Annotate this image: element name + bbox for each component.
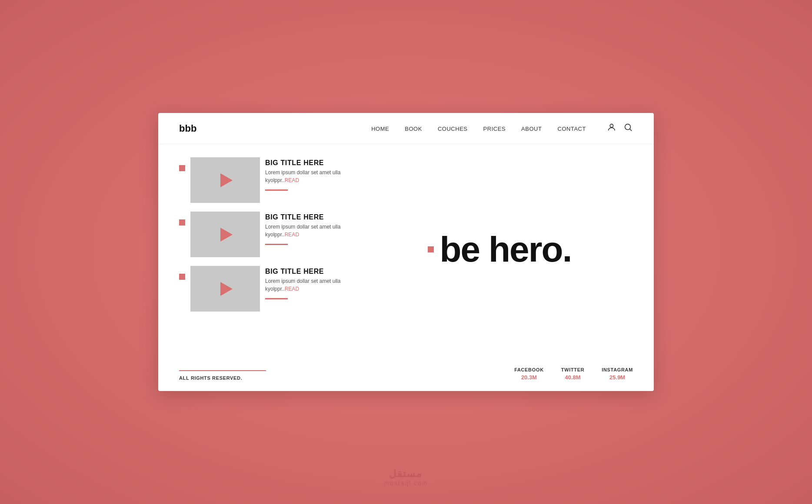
article-thumbnail[interactable] xyxy=(190,266,260,312)
hero-dot xyxy=(428,246,434,252)
article-dot xyxy=(179,165,185,171)
play-icon[interactable] xyxy=(220,282,233,296)
article-dot xyxy=(179,219,185,225)
social-facebook-label: FACEBOOK xyxy=(514,367,544,372)
svg-point-0 xyxy=(610,124,613,127)
article-thumbnail[interactable] xyxy=(190,157,260,203)
article-text-block: BIG TITLE HERE Lorem ipsum dollar set am… xyxy=(265,157,366,191)
social-twitter-count: 40.8M xyxy=(565,374,580,381)
article-dot xyxy=(179,274,185,280)
nav-links: HOME BOOK COUCHES PRICES ABOUT CONTACT xyxy=(371,125,586,133)
svg-line-2 xyxy=(630,129,632,131)
nav-item-about[interactable]: ABOUT xyxy=(521,125,542,133)
logo[interactable]: bbb xyxy=(179,123,196,134)
article-title: BIG TITLE HERE xyxy=(265,213,366,221)
article-item: BIG TITLE HERE Lorem ipsum dollar set am… xyxy=(179,212,366,257)
article-text-block: BIG TITLE HERE Lorem ipsum dollar set am… xyxy=(265,266,366,299)
outer-background: bbb HOME BOOK COUCHES PRICES ABOUT xyxy=(0,0,812,504)
nav-item-contact[interactable]: CONTACT xyxy=(557,125,586,133)
article-description: Lorem ipsum dollar set amet ulla kyolppr… xyxy=(265,277,366,293)
social-facebook: FACEBOOK 20.3M xyxy=(514,367,544,381)
article-underline xyxy=(265,244,288,245)
article-read-link[interactable]: READ xyxy=(285,286,299,292)
hero-column: be hero. xyxy=(366,157,633,358)
nav-link-about[interactable]: ABOUT xyxy=(521,126,542,132)
article-underline xyxy=(265,298,288,299)
article-read-link[interactable]: READ xyxy=(285,232,299,238)
footer-left: ALL RIGHTS RESERVED. xyxy=(179,370,266,381)
nav-item-prices[interactable]: PRICES xyxy=(483,125,506,133)
social-instagram: INSTAGRAM 25.9M xyxy=(602,367,633,381)
article-thumbnail[interactable] xyxy=(190,212,260,257)
user-icon[interactable] xyxy=(607,123,616,134)
article-item: BIG TITLE HERE Lorem ipsum dollar set am… xyxy=(179,157,366,203)
social-facebook-count: 20.3M xyxy=(521,374,537,381)
footer-divider xyxy=(179,370,266,371)
footer: ALL RIGHTS RESERVED. FACEBOOK 20.3M TWIT… xyxy=(158,358,654,391)
article-underline xyxy=(265,189,288,191)
articles-column: BIG TITLE HERE Lorem ipsum dollar set am… xyxy=(179,157,366,358)
article-description: Lorem ipsum dollar set amet ulla kyolppr… xyxy=(265,223,366,239)
footer-copyright: ALL RIGHTS RESERVED. xyxy=(179,375,266,381)
play-icon[interactable] xyxy=(220,173,233,187)
play-icon[interactable] xyxy=(220,228,233,242)
svg-point-1 xyxy=(625,124,631,130)
nav-link-prices[interactable]: PRICES xyxy=(483,126,506,132)
nav-link-home[interactable]: HOME xyxy=(371,126,389,132)
navbar: bbb HOME BOOK COUCHES PRICES ABOUT xyxy=(158,113,654,144)
main-card: bbb HOME BOOK COUCHES PRICES ABOUT xyxy=(158,113,654,391)
social-instagram-label: INSTAGRAM xyxy=(602,367,633,372)
social-twitter: TWITTER 40.8M xyxy=(561,367,585,381)
nav-item-book[interactable]: BOOK xyxy=(405,125,422,133)
article-text-block: BIG TITLE HERE Lorem ipsum dollar set am… xyxy=(265,212,366,245)
nav-link-contact[interactable]: CONTACT xyxy=(557,126,586,132)
article-item: BIG TITLE HERE Lorem ipsum dollar set am… xyxy=(179,266,366,312)
nav-item-couches[interactable]: COUCHES xyxy=(438,125,468,133)
watermark: مستقل mostaql.com xyxy=(384,468,428,487)
article-description: Lorem ipsum dollar set amet ulla kyolppr… xyxy=(265,169,366,184)
nav-item-home[interactable]: HOME xyxy=(371,125,389,133)
social-instagram-count: 25.9M xyxy=(609,374,625,381)
article-title: BIG TITLE HERE xyxy=(265,268,366,275)
article-title: BIG TITLE HERE xyxy=(265,159,366,167)
nav-icons xyxy=(607,123,633,134)
hero-text: be hero. xyxy=(428,232,572,267)
article-read-link[interactable]: READ xyxy=(285,177,299,183)
main-content: BIG TITLE HERE Lorem ipsum dollar set am… xyxy=(158,144,654,358)
footer-social: FACEBOOK 20.3M TWITTER 40.8M INSTAGRAM 2… xyxy=(514,367,633,381)
nav-link-couches[interactable]: COUCHES xyxy=(438,126,468,132)
search-icon[interactable] xyxy=(623,123,633,134)
social-twitter-label: TWITTER xyxy=(561,367,585,372)
nav-link-book[interactable]: BOOK xyxy=(405,126,422,132)
hero-headline: be hero. xyxy=(440,232,572,267)
